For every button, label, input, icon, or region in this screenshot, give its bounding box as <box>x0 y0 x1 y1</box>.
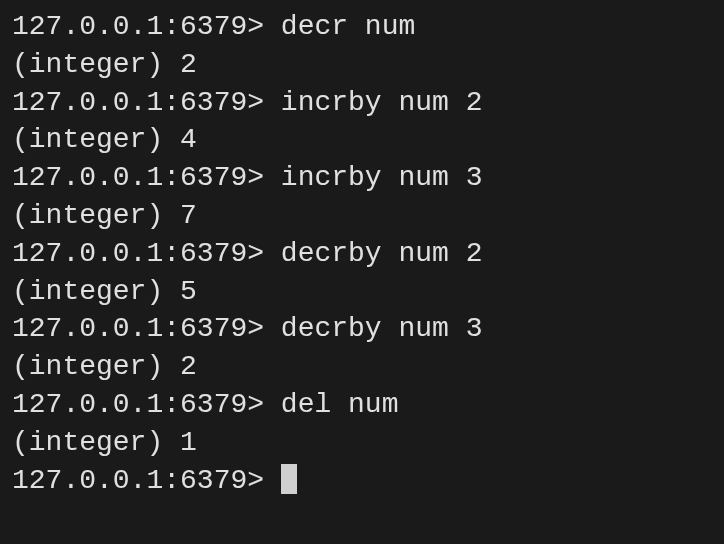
prompt: 127.0.0.1:6379> <box>12 11 281 42</box>
cursor-icon <box>281 464 297 494</box>
command-text: incrby num 3 <box>281 162 483 193</box>
terminal-line: 127.0.0.1:6379> decr num <box>12 8 712 46</box>
terminal-current-line[interactable]: 127.0.0.1:6379> <box>12 462 712 500</box>
terminal-line: 127.0.0.1:6379> incrby num 3 <box>12 159 712 197</box>
prompt: 127.0.0.1:6379> <box>12 87 281 118</box>
command-text: incrby num 2 <box>281 87 483 118</box>
output-text: (integer) 1 <box>12 427 197 458</box>
prompt: 127.0.0.1:6379> <box>12 389 281 420</box>
output-text: (integer) 2 <box>12 49 197 80</box>
output-text: (integer) 2 <box>12 351 197 382</box>
prompt: 127.0.0.1:6379> <box>12 313 281 344</box>
terminal-output: (integer) 4 <box>12 121 712 159</box>
terminal-line: 127.0.0.1:6379> del num <box>12 386 712 424</box>
terminal-line: 127.0.0.1:6379> incrby num 2 <box>12 84 712 122</box>
terminal-output: (integer) 5 <box>12 273 712 311</box>
output-text: (integer) 7 <box>12 200 197 231</box>
prompt: 127.0.0.1:6379> <box>12 462 281 500</box>
prompt: 127.0.0.1:6379> <box>12 162 281 193</box>
output-text: (integer) 4 <box>12 124 197 155</box>
terminal-line: 127.0.0.1:6379> decrby num 2 <box>12 235 712 273</box>
command-text: del num <box>281 389 399 420</box>
terminal-output: (integer) 2 <box>12 348 712 386</box>
command-text: decrby num 3 <box>281 313 483 344</box>
command-text: decr num <box>281 11 415 42</box>
terminal-output: (integer) 1 <box>12 424 712 462</box>
output-text: (integer) 5 <box>12 276 197 307</box>
terminal-line: 127.0.0.1:6379> decrby num 3 <box>12 310 712 348</box>
terminal-window[interactable]: 127.0.0.1:6379> decr num (integer) 2 127… <box>12 8 712 499</box>
terminal-output: (integer) 7 <box>12 197 712 235</box>
prompt: 127.0.0.1:6379> <box>12 238 281 269</box>
terminal-output: (integer) 2 <box>12 46 712 84</box>
command-text: decrby num 2 <box>281 238 483 269</box>
